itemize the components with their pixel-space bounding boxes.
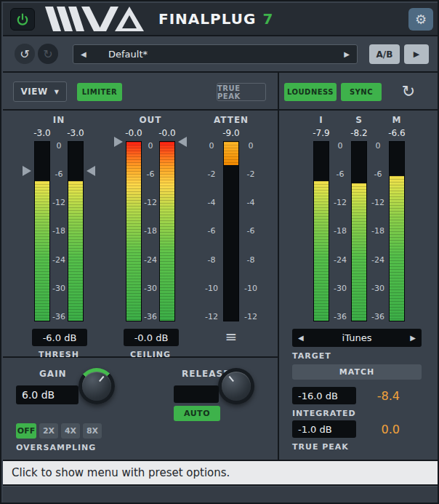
scale-tick: -8 [247, 255, 255, 265]
out-meter-label: OUT [114, 115, 187, 125]
scale-tick: -6 [208, 226, 216, 236]
os-2x-label: 2X [43, 426, 55, 436]
plugin-window: FINALPLUG 7 ⚙ ↺ ↻ ◀ Default* ▶ A/B ▶ VIE… [0, 0, 439, 504]
target-prev-icon[interactable]: ◀ [298, 334, 304, 342]
integrated-target-field[interactable]: -16.0 dB [292, 387, 356, 404]
panel-divider [278, 73, 279, 461]
scale-tick: -6 [337, 169, 345, 179]
preset-menu-button[interactable]: ▶ [404, 44, 429, 64]
scale-tick: -6 [374, 169, 382, 179]
atten-meter-label: ATTEN [195, 115, 267, 125]
undo-button[interactable]: ↺ [15, 44, 35, 64]
ceiling-field[interactable]: -0.0 dB [124, 329, 179, 346]
sync-label: SYNC [350, 88, 373, 96]
loudness-m-value: -6.6 [381, 128, 413, 138]
scale-tick: -10 [205, 284, 218, 293]
divider [3, 109, 439, 111]
integrated-readout: -8.4 [358, 388, 400, 404]
scale-tick: -10 [244, 284, 257, 293]
chevron-down-icon: ▼ [55, 89, 60, 95]
true-peak-label: TRUE PEAK [292, 442, 379, 452]
loudness-scale-1: 0 -6 -12 -18 -24 -30 -36 [329, 141, 351, 321]
match-button[interactable]: MATCH [292, 364, 422, 380]
limiter-toggle[interactable]: LIMITER [77, 83, 122, 101]
power-icon [15, 12, 30, 27]
app-version: 7 [262, 10, 273, 28]
preset-next-icon[interactable]: ▶ [344, 45, 350, 63]
in-meter-right [68, 141, 84, 321]
divider [3, 35, 439, 36]
target-next-icon[interactable]: ▶ [410, 334, 416, 342]
threshold-marker-left[interactable] [23, 166, 31, 176]
ceiling-marker-left[interactable] [114, 137, 123, 147]
scale-tick: -12 [205, 312, 218, 321]
scale-tick: -18 [334, 226, 347, 236]
preset-prev-icon[interactable]: ◀ [81, 45, 86, 63]
scale-tick: 0 [338, 141, 343, 151]
threshold-marker-right[interactable] [86, 166, 95, 176]
gain-value: 6.0 dB [22, 389, 55, 401]
threshold-field[interactable]: -6.0 dB [32, 329, 87, 346]
ceiling-value: -0.0 dB [134, 332, 169, 343]
scale-tick: -2 [208, 169, 216, 179]
settings-button[interactable]: ⚙ [408, 8, 433, 31]
target-value: iTunes [342, 332, 372, 343]
scale-tick: -30 [144, 284, 157, 293]
scale-tick: -6 [147, 169, 155, 179]
os-4x-label: 4X [65, 426, 76, 436]
redo-button[interactable]: ↻ [38, 44, 58, 64]
sync-toggle[interactable]: SYNC [341, 83, 382, 101]
scale-tick: -18 [144, 226, 157, 236]
status-text: Click to show menu with preset options. [12, 466, 230, 479]
oversampling-8x-button[interactable]: 8X [83, 423, 102, 439]
scale-tick: 0 [249, 141, 254, 151]
true-peak-readout: 0.0 [358, 421, 400, 437]
scale-tick: -30 [334, 284, 347, 293]
loudness-reset-button[interactable]: ↻ [396, 79, 421, 103]
loudness-s-meter [351, 141, 367, 321]
true-peak-toggle[interactable]: TRUE PEAK [217, 83, 266, 101]
threshold-label: THRESH [23, 350, 95, 359]
true-peak-target-field[interactable]: -1.0 dB [292, 420, 356, 438]
view-label: VIEW [21, 87, 48, 97]
scale-tick: 0 [148, 141, 153, 151]
scale-tick: -4 [247, 198, 255, 207]
oversampling-off-button[interactable]: OFF [16, 423, 36, 439]
target-selector[interactable]: ◀ iTunes ▶ [292, 329, 422, 347]
view-dropdown[interactable]: VIEW ▼ [13, 81, 67, 102]
scale-tick: 0 [57, 141, 62, 151]
ab-compare-button[interactable]: A/B [369, 44, 400, 64]
auto-release-toggle[interactable]: AUTO [174, 406, 220, 421]
scale-tick: -12 [144, 198, 157, 207]
loudness-m-label: M [381, 115, 413, 125]
power-button[interactable] [10, 8, 35, 31]
scale-tick: -18 [52, 226, 65, 236]
oversampling-2x-button[interactable]: 2X [39, 423, 58, 439]
loudness-m-meter [389, 141, 405, 321]
logo [44, 7, 153, 31]
page-title: FINALPLUG 7 [158, 3, 273, 35]
out-meter-right [159, 141, 175, 321]
meter-options-button[interactable]: ≡ [220, 327, 243, 346]
scale-tick: -8 [208, 255, 216, 265]
limiter-label: LIMITER [82, 88, 118, 96]
scale-tick: -6 [247, 226, 255, 236]
release-knob[interactable] [218, 368, 254, 404]
scale-tick: 0 [209, 141, 214, 151]
oversampling-4x-button[interactable]: 4X [61, 423, 80, 439]
release-field[interactable] [174, 385, 219, 403]
in-meter-left [34, 141, 50, 321]
gain-field[interactable]: 6.0 dB [16, 385, 78, 404]
gain-knob[interactable] [78, 368, 115, 404]
scale-tick: -12 [334, 198, 347, 207]
app-name: FINALPLUG [158, 10, 256, 28]
in-meter-label: IN [23, 115, 95, 125]
preset-selector[interactable]: ◀ Default* ▶ [73, 44, 358, 64]
in-peak-right: -3.0 [60, 128, 92, 138]
scale-tick: -24 [52, 255, 65, 265]
loudness-toggle[interactable]: LOUDNESS [284, 83, 337, 101]
ceiling-marker-right[interactable] [178, 137, 187, 147]
gear-icon: ⚙ [415, 12, 427, 27]
loudness-scale-2: 0 -6 -12 -18 -24 -30 -36 [367, 141, 389, 321]
scale-tick: 0 [376, 141, 381, 151]
